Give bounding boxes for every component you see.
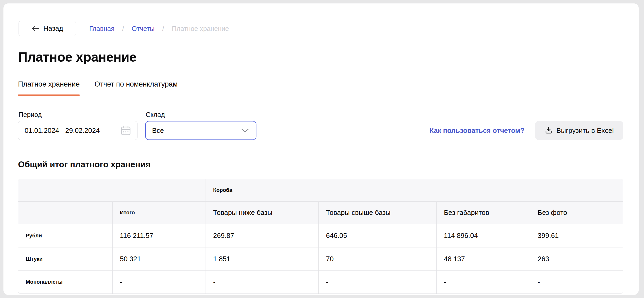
tabs-bar: Платное хранение Отчет по номенклатурам — [18, 80, 193, 95]
table-group-header-row: Короба — [18, 179, 623, 201]
table-row-pieces: Штуки 50 321 1 851 70 48 137 263 — [18, 247, 623, 270]
cell-value: - — [530, 270, 623, 294]
warehouse-select[interactable]: Все — [145, 121, 256, 140]
back-button-label: Назад — [43, 24, 63, 33]
row-label: Монопаллеты — [18, 270, 112, 294]
breadcrumb-home[interactable]: Главная — [89, 25, 114, 33]
cell-value: - — [206, 270, 318, 294]
cell-value: 1 851 — [206, 247, 318, 270]
cell-value: - — [318, 270, 436, 294]
group-header-koroba: Короба — [206, 179, 623, 201]
tab-by-nomenclature[interactable]: Отчет по номенклатурам — [95, 80, 178, 95]
content-card: Назад Главная / Отчеты / Платное хранени… — [3, 3, 639, 295]
warehouse-label: Склад — [146, 111, 165, 119]
cell-value: 646.05 — [318, 224, 436, 247]
cell-value: 269.87 — [206, 224, 318, 247]
cell-value: 263 — [530, 247, 623, 270]
breadcrumb-reports[interactable]: Отчеты — [132, 25, 154, 33]
column-header-no-dimensions: Без габаритов — [436, 201, 530, 224]
cell-value: 114 896.04 — [436, 224, 530, 247]
cell-value: 399.61 — [530, 224, 623, 247]
arrow-left-icon — [32, 25, 39, 32]
breadcrumb-separator: / — [122, 25, 124, 33]
page-title: Платное хранение — [18, 49, 136, 65]
calendar-icon[interactable] — [120, 124, 132, 137]
column-header-below-base: Товары ниже базы — [206, 201, 318, 224]
help-link[interactable]: Как пользоваться отчетом? — [427, 126, 525, 135]
table-row-monopallets: Монопаллеты - - - - - — [18, 270, 623, 294]
cell-value: 50 321 — [112, 247, 206, 270]
export-excel-label: Выгрузить в Excel — [556, 127, 614, 135]
cell-value: - — [436, 270, 530, 294]
column-header-no-photo: Без фото — [530, 201, 623, 224]
period-date-range-input[interactable] — [25, 127, 120, 135]
tab-paid-storage[interactable]: Платное хранение — [18, 80, 80, 95]
summary-table: Короба Итого Товары ниже базы Товары свы… — [18, 179, 623, 294]
row-label: Рубли — [18, 224, 112, 247]
chevron-down-icon — [241, 128, 249, 133]
breadcrumb-current: Платное хранение — [172, 25, 229, 33]
column-header-empty — [18, 201, 112, 224]
section-title: Общий итог платного хранения — [18, 160, 150, 169]
cell-value: 116 211.57 — [112, 224, 206, 247]
period-date-range-field[interactable] — [18, 121, 137, 140]
breadcrumb: Главная / Отчеты / Платное хранение — [89, 24, 229, 33]
breadcrumb-separator: / — [162, 25, 164, 33]
cell-value: - — [112, 270, 206, 294]
column-header-total: Итого — [112, 201, 206, 224]
table-column-header-row: Итого Товары ниже базы Товары свыше базы… — [18, 201, 623, 224]
table-row-rubles: Рубли 116 211.57 269.87 646.05 114 896.0… — [18, 224, 623, 247]
warehouse-select-value: Все — [152, 127, 164, 135]
export-excel-button[interactable]: Выгрузить в Excel — [535, 121, 623, 140]
back-button[interactable]: Назад — [19, 21, 76, 36]
period-label: Период — [19, 111, 42, 119]
download-icon — [545, 127, 553, 134]
row-label: Штуки — [18, 247, 112, 270]
group-header-empty-cell — [18, 179, 206, 201]
column-header-above-base: Товары свыше базы — [318, 201, 436, 224]
cell-value: 48 137 — [436, 247, 530, 270]
cell-value: 70 — [318, 247, 436, 270]
